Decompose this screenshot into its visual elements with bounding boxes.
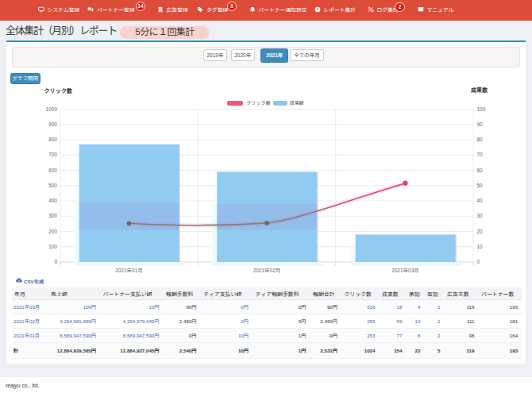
- svg-text:300: 300: [48, 213, 57, 218]
- svg-text:0: 0: [54, 259, 57, 264]
- svg-text:20: 20: [477, 229, 484, 234]
- svg-text:700: 700: [48, 152, 57, 157]
- svg-text:400: 400: [48, 198, 57, 203]
- svg-text:2021年03月: 2021年03月: [391, 268, 419, 273]
- svg-text:10: 10: [477, 244, 484, 249]
- svg-text:0: 0: [477, 259, 480, 264]
- svg-text:30: 30: [477, 213, 484, 218]
- svg-text:70: 70: [477, 152, 484, 157]
- svg-text:90: 90: [477, 121, 484, 127]
- svg-text:1000: 1000: [46, 106, 58, 112]
- svg-text:200: 200: [48, 229, 57, 234]
- svg-text:2021年02月: 2021年02月: [253, 268, 281, 273]
- svg-text:100: 100: [477, 106, 486, 112]
- svg-text:40: 40: [477, 198, 484, 203]
- svg-text:900: 900: [48, 121, 57, 127]
- svg-text:500: 500: [48, 183, 57, 188]
- svg-text:600: 600: [48, 168, 57, 173]
- svg-text:2021年01月: 2021年01月: [115, 268, 143, 273]
- svg-text:50: 50: [477, 183, 484, 188]
- svg-text:60: 60: [477, 168, 484, 173]
- svg-text:100: 100: [48, 244, 57, 249]
- svg-text:800: 800: [48, 137, 57, 142]
- svg-text:80: 80: [477, 137, 484, 142]
